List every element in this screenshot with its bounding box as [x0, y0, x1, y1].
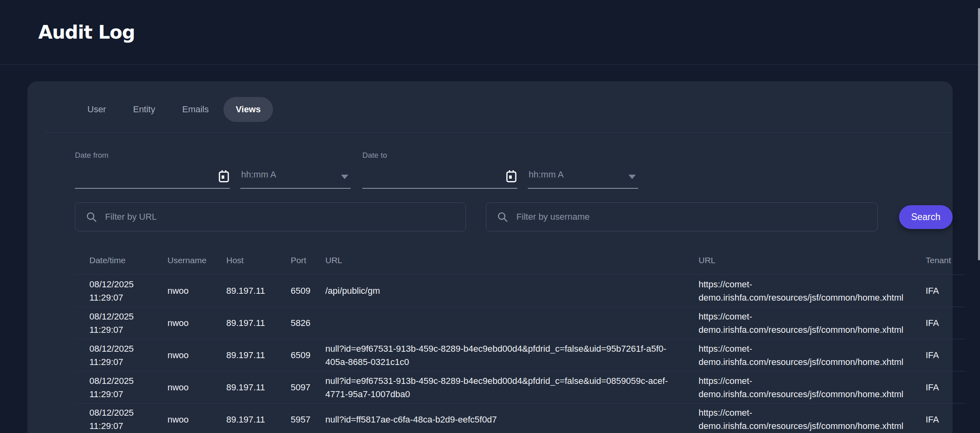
- cell-datetime: 08/12/202511:29:07: [75, 372, 167, 403]
- time-from-field[interactable]: [240, 165, 351, 189]
- col-header-username: Username: [167, 256, 226, 265]
- date-from-field[interactable]: Date from: [75, 151, 230, 189]
- url-filter-input[interactable]: [105, 203, 465, 231]
- search-button[interactable]: Search: [899, 205, 953, 229]
- table-row: 08/12/202511:29:07 nwoo 89.197.11 6509 n…: [75, 339, 965, 371]
- cell-url2: https://comet-demo.irishfa.com/resources…: [699, 275, 926, 307]
- date-to-label: Date to: [362, 151, 517, 160]
- audit-log-card: User Entity Emails Views Date from: [27, 81, 953, 433]
- page-title: Audit Log: [38, 21, 135, 43]
- app-header: Audit Log: [0, 0, 980, 65]
- cell-host: 89.197.11: [226, 410, 291, 429]
- cell-username: nwoo: [167, 346, 226, 364]
- audit-log-table: Date/time Username Host Port URL URL Ten…: [75, 246, 965, 433]
- tab-user[interactable]: User: [75, 97, 118, 122]
- table-row: 08/12/202511:29:07 nwoo 89.197.11 5957 n…: [75, 403, 965, 433]
- cell-datetime: 08/12/202511:29:07: [75, 275, 167, 307]
- cell-username: nwoo: [167, 378, 226, 396]
- cell-url2: https://comet-demo.irishfa.com/resources…: [699, 404, 926, 433]
- search-filter-row: Search: [75, 202, 953, 231]
- scrollbar: [978, 0, 980, 433]
- date-from-group: Date from: [75, 151, 351, 189]
- date-to-input[interactable]: [362, 165, 517, 189]
- col-header-url2: URL: [699, 256, 926, 265]
- cell-port: 6509: [291, 346, 325, 364]
- time-from-input[interactable]: [240, 165, 351, 188]
- cell-port: 5097: [291, 378, 325, 396]
- calendar-icon[interactable]: [219, 170, 229, 182]
- username-filter-box[interactable]: [486, 202, 877, 231]
- cell-host: 89.197.11: [226, 378, 291, 396]
- tabs-divider: [45, 132, 953, 133]
- col-header-url: URL: [325, 256, 699, 265]
- tab-entity[interactable]: Entity: [120, 97, 167, 122]
- cell-port: 5826: [291, 314, 325, 332]
- time-to-input[interactable]: [528, 165, 638, 188]
- time-to-field[interactable]: [528, 165, 638, 189]
- date-from-label: Date from: [75, 151, 230, 160]
- scrollbar-thumb[interactable]: [978, 8, 980, 260]
- cell-host: 89.197.11: [226, 314, 291, 332]
- table-row: 08/12/202511:29:07 nwoo 89.197.11 6509 /…: [75, 274, 965, 307]
- cell-url: null?id=ff5817ae-c6fa-48ca-b2d9-eefc5f0d…: [325, 410, 699, 429]
- cell-url2: https://comet-demo.irishfa.com/resources…: [699, 372, 926, 403]
- cell-url: [325, 321, 699, 326]
- cell-username: nwoo: [167, 282, 226, 300]
- table-row: 08/12/202511:29:07 nwoo 89.197.11 5097 n…: [75, 371, 965, 403]
- date-from-input[interactable]: [75, 165, 230, 189]
- cell-port: 6509: [291, 282, 325, 300]
- cell-tenant: IFA: [926, 378, 965, 396]
- calendar-icon: [506, 170, 517, 182]
- tab-bar: User Entity Emails Views: [75, 97, 953, 122]
- cell-datetime: 08/12/202511:29:07: [75, 340, 167, 371]
- col-header-port: Port: [291, 256, 325, 265]
- table-header-row: Date/time Username Host Port URL URL Ten…: [75, 246, 965, 274]
- chevron-down-icon[interactable]: [341, 175, 348, 179]
- cell-datetime: 08/12/202511:29:07: [75, 404, 167, 433]
- username-filter-input[interactable]: [516, 203, 877, 231]
- date-to-field[interactable]: Date to: [362, 151, 517, 189]
- cell-host: 89.197.11: [226, 346, 291, 364]
- cell-tenant: IFA: [926, 410, 965, 429]
- col-header-tenant: Tenant: [926, 256, 965, 265]
- date-to-group: Date to: [362, 151, 638, 189]
- cell-url: /api/public/gm: [325, 282, 699, 300]
- cell-url2: https://comet-demo.irishfa.com/resources…: [699, 307, 926, 339]
- search-icon: [86, 212, 97, 223]
- col-header-host: Host: [226, 256, 291, 265]
- table-row: 08/12/202511:29:07 nwoo 89.197.11 5826 h…: [75, 307, 965, 339]
- tab-emails[interactable]: Emails: [170, 97, 221, 122]
- col-header-datetime: Date/time: [75, 256, 167, 265]
- calendar-icon: [219, 170, 229, 182]
- cell-tenant: IFA: [926, 346, 965, 364]
- search-icon: [497, 212, 508, 223]
- chevron-down-icon[interactable]: [629, 175, 636, 179]
- cell-host: 89.197.11: [226, 282, 291, 300]
- cell-url: null?id=e9f67531-913b-459c-8289-b4ec9ebd…: [325, 372, 699, 403]
- datetime-filter-row: Date from: [75, 151, 953, 189]
- cell-url2: https://comet-demo.irishfa.com/resources…: [699, 340, 926, 371]
- cell-username: nwoo: [167, 410, 226, 429]
- url-filter-box[interactable]: [75, 202, 466, 231]
- calendar-icon[interactable]: [506, 170, 517, 182]
- cell-datetime: 08/12/202511:29:07: [75, 307, 167, 339]
- cell-port: 5957: [291, 410, 325, 429]
- cell-username: nwoo: [167, 314, 226, 332]
- cell-tenant: IFA: [926, 282, 965, 300]
- cell-url: null?id=e9f67531-913b-459c-8289-b4ec9ebd…: [325, 340, 699, 371]
- cell-tenant: IFA: [926, 314, 965, 332]
- tab-views[interactable]: Views: [223, 97, 273, 122]
